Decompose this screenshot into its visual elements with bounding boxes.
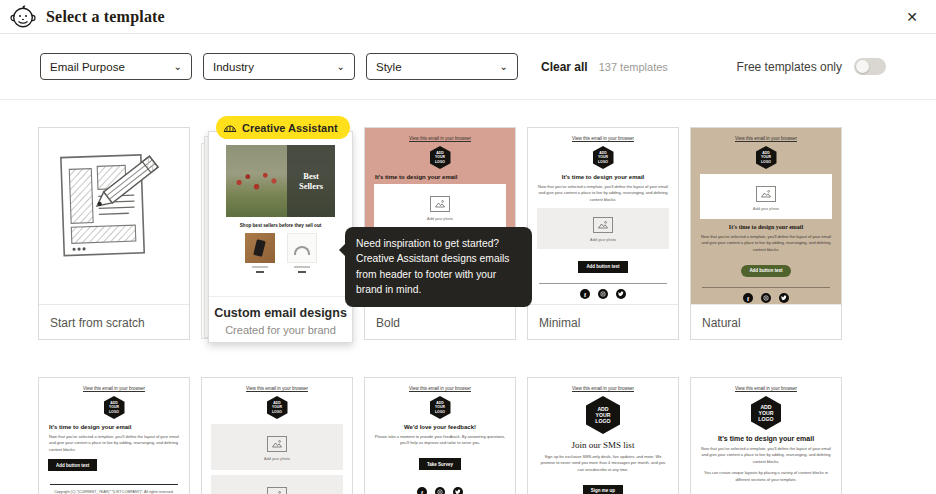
- view-in-browser-link: View this email in your browser: [528, 386, 678, 391]
- row2-2-preview: View this email in your browser ADD YOUR…: [202, 378, 352, 494]
- view-in-browser-link: View this email in your browser: [202, 386, 352, 391]
- card-subtitle: Created for your brand: [213, 324, 348, 336]
- add-your-logo-hexagon: ADD YOUR LOGO: [430, 396, 451, 419]
- template-card-start-from-scratch[interactable]: Start from scratch: [38, 127, 190, 340]
- image-placeholder-icon: [756, 186, 776, 202]
- image-placeholder-icon: [430, 196, 450, 212]
- product-phone: [245, 233, 275, 273]
- mini-button: Sign me up: [583, 485, 623, 494]
- social-icons: f: [365, 487, 515, 494]
- start-scratch-preview: [39, 128, 189, 304]
- mini-body: Please take a moment to provide your fee…: [374, 434, 506, 447]
- view-in-browser-link: View this email in your browser: [365, 386, 515, 391]
- template-card-minimal[interactable]: View this email in your browser ADD YOUR…: [527, 127, 679, 340]
- template-card-row2-2[interactable]: View this email in your browser ADD YOUR…: [201, 377, 353, 494]
- template-card-natural[interactable]: View this email in your browser ADD YOUR…: [690, 127, 842, 340]
- view-in-browser-link: View this email in your browser: [691, 136, 841, 141]
- mini-title: It's time to design your email: [699, 435, 833, 442]
- mailchimp-logo-icon: [10, 4, 36, 30]
- image-placeholder-icon: [593, 217, 613, 233]
- photo-overlay: Best Sellers: [287, 145, 335, 217]
- mini-body-2: You can create unique layouts by placing…: [700, 470, 832, 483]
- row2-3-preview: View this email in your browser ADD YOUR…: [365, 378, 515, 494]
- email-purpose-label: Email Purpose: [50, 61, 125, 73]
- best-sellers-text: Best Sellers: [295, 171, 327, 191]
- row2-1-preview: View this email in your browser ADD YOUR…: [39, 378, 189, 494]
- photo-placeholder-box: Add your photo: [700, 174, 832, 219]
- add-photo-caption: Add your photo: [211, 457, 343, 461]
- add-photo-caption: Add your photo: [374, 217, 506, 221]
- twitter-icon: [616, 289, 626, 299]
- card-label: Bold: [365, 304, 515, 341]
- card-label: Natural: [691, 304, 841, 341]
- instagram-icon: [761, 293, 771, 303]
- template-card-row2-3[interactable]: View this email in your browser ADD YOUR…: [364, 377, 516, 494]
- template-card-row2-4[interactable]: View this email in your browser ADD YOUR…: [527, 377, 679, 494]
- email-purpose-dropdown[interactable]: Email Purpose ⌄: [40, 53, 192, 80]
- free-templates-toggle[interactable]: [854, 58, 886, 75]
- toggle-knob: [856, 60, 869, 73]
- twitter-icon: [779, 293, 789, 303]
- mini-body: Now that you've selected a template, you…: [537, 184, 669, 203]
- add-your-logo-hexagon: ADD YOUR LOGO: [756, 146, 777, 169]
- template-card-custom-email-designs[interactable]: Creative Assistant Best Sellers Shop bes…: [201, 125, 353, 343]
- view-in-browser-link: View this email in your browser: [39, 386, 189, 391]
- mini-body: Now that you've selected a template, you…: [700, 446, 832, 465]
- chevron-down-icon: ⌄: [174, 61, 182, 72]
- image-placeholder-icon: [267, 436, 287, 452]
- style-label: Style: [376, 61, 402, 73]
- instagram-icon: [435, 487, 445, 494]
- industry-dropdown[interactable]: Industry ⌄: [203, 53, 355, 80]
- add-your-logo-hexagon: ADD YOUR LOGO: [586, 396, 620, 434]
- social-icons: f: [528, 289, 678, 299]
- minimal-preview: View this email in your browser ADD YOUR…: [528, 128, 678, 304]
- mini-button: Add button text: [741, 265, 790, 277]
- headphones-thumbnail: [294, 246, 310, 255]
- social-icons: f: [691, 293, 841, 303]
- add-your-logo-hexagon: ADD YOUR LOGO: [267, 396, 288, 419]
- mini-button: Take Survey: [419, 458, 461, 470]
- template-card-row2-5[interactable]: View this email in your browser ADD YOUR…: [690, 377, 842, 494]
- clear-all-button[interactable]: Clear all: [541, 60, 588, 74]
- template-card-row2-1[interactable]: View this email in your browser ADD YOUR…: [38, 377, 190, 494]
- image-placeholder-icon: [267, 487, 287, 494]
- product-headphones: [287, 233, 317, 273]
- facebook-icon: f: [743, 293, 753, 303]
- mini-title: We'd love your feedback!: [373, 424, 507, 430]
- mini-title: It's time to design your email: [375, 174, 507, 180]
- add-your-logo-hexagon: ADD YOUR LOGO: [751, 396, 781, 430]
- add-your-logo-hexagon: ADD YOUR LOGO: [593, 146, 614, 169]
- creative-assistant-tooltip: Need inspiration to get started? Creativ…: [345, 227, 532, 307]
- card-title: Custom email designs: [213, 306, 348, 320]
- photo-placeholder-box: Add your photo: [374, 184, 506, 229]
- mini-title: It's time to design your email: [49, 424, 181, 430]
- top-bar: Select a template ✕: [0, 0, 936, 34]
- photo-placeholder-box: Add your photo: [211, 475, 343, 494]
- template-row-2: View this email in your browser ADD YOUR…: [38, 377, 842, 494]
- add-photo-caption: Add your photo: [700, 207, 832, 211]
- mini-body: Now that you've selected a template, you…: [49, 434, 180, 453]
- custom-card: Best Sellers Shop best sellers before th…: [208, 131, 353, 343]
- mini-title: Join our SMS list: [536, 440, 670, 450]
- style-dropdown[interactable]: Style ⌄: [366, 53, 518, 80]
- mini-button: Add button text: [578, 261, 627, 273]
- greenhouse-icon: [223, 119, 237, 137]
- creative-assistant-badge[interactable]: Creative Assistant: [216, 116, 350, 139]
- photo-placeholder-box: Add your photo: [537, 208, 669, 249]
- mini-body: Now that you've selected a template, you…: [700, 234, 832, 253]
- chevron-down-icon: ⌄: [500, 61, 508, 72]
- card-label: Start from scratch: [39, 304, 189, 341]
- twitter-icon: [453, 487, 463, 494]
- add-photo-caption: Add your photo: [537, 238, 669, 242]
- mini-title: It's time to design your email: [699, 224, 833, 230]
- product-thumbnails: [209, 233, 352, 273]
- mini-copyright: Copyright (C) *|CURRENT_YEAR|* *|LIST:CO…: [49, 490, 179, 494]
- free-templates-label: Free templates only: [737, 60, 842, 74]
- mini-body: Sign up for exclusive SMS-only deals, li…: [537, 454, 669, 473]
- close-icon[interactable]: ✕: [906, 10, 918, 24]
- shop-text: Shop best sellers before they sell out: [209, 223, 352, 228]
- view-in-browser-link: View this email in your browser: [528, 136, 678, 141]
- free-templates-control: Free templates only: [737, 58, 886, 75]
- card-label: Minimal: [528, 304, 678, 341]
- view-in-browser-link: View this email in your browser: [365, 136, 515, 141]
